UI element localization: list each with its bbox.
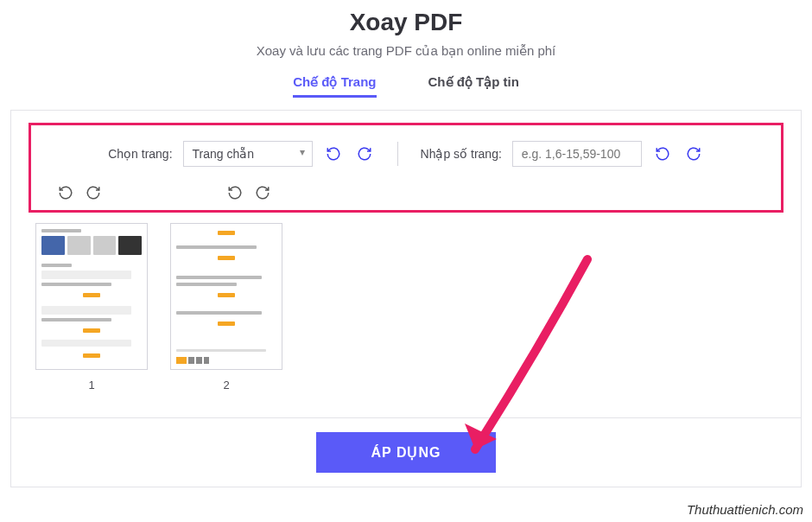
rotate-ccw-icon[interactable] [652, 143, 673, 164]
select-page-label: Chọn trang: [108, 147, 172, 161]
rotate-ccw-icon[interactable] [55, 182, 76, 203]
page-select-dropdown[interactable]: Trang chẵn [183, 141, 313, 167]
page-range-input[interactable] [512, 141, 642, 167]
thumb2-rotate-controls [225, 182, 273, 203]
tab-page-mode[interactable]: Chế độ Trang [293, 74, 376, 98]
page-preview [170, 223, 282, 370]
rotate-cw-icon[interactable] [83, 182, 104, 203]
watermark: Thuthuattienich.com [687, 502, 803, 517]
page-thumbnail-1[interactable]: 1 [35, 223, 148, 392]
thumb1-rotate-controls [55, 182, 104, 203]
page-thumbnail-2[interactable]: 2 [170, 223, 282, 392]
enter-page-label: Nhập số trang: [421, 147, 502, 161]
rotate-cw-icon[interactable] [683, 143, 704, 164]
rotate-cw-icon[interactable] [354, 143, 375, 164]
page-subtitle: Xoay và lưu các trang PDF của bạn online… [0, 43, 812, 59]
divider [397, 142, 398, 166]
controls-row: Chọn trang: Trang chẵn Nhập số trang: [52, 141, 760, 167]
apply-button[interactable]: ÁP DỤNG [316, 432, 497, 473]
thumbnails-row: 1 2 [11, 223, 801, 412]
tab-file-mode[interactable]: Chế độ Tập tin [428, 74, 519, 98]
thumb-number: 2 [170, 379, 282, 392]
rotate-cw-icon[interactable] [252, 182, 273, 203]
rotate-ccw-icon[interactable] [225, 182, 245, 203]
main-panel: Chọn trang: Trang chẵn Nhập số trang: [10, 110, 802, 487]
footer-bar: ÁP DỤNG [11, 417, 801, 487]
thumb-rotate-row [55, 182, 273, 203]
rotate-ccw-icon[interactable] [323, 143, 344, 164]
thumb-number: 1 [35, 379, 148, 392]
controls-highlight-box: Chọn trang: Trang chẵn Nhập số trang: [29, 123, 783, 213]
page-preview [35, 223, 148, 370]
tabs: Chế độ Trang Chế độ Tập tin [0, 74, 812, 98]
page-title: Xoay PDF [0, 9, 812, 36]
